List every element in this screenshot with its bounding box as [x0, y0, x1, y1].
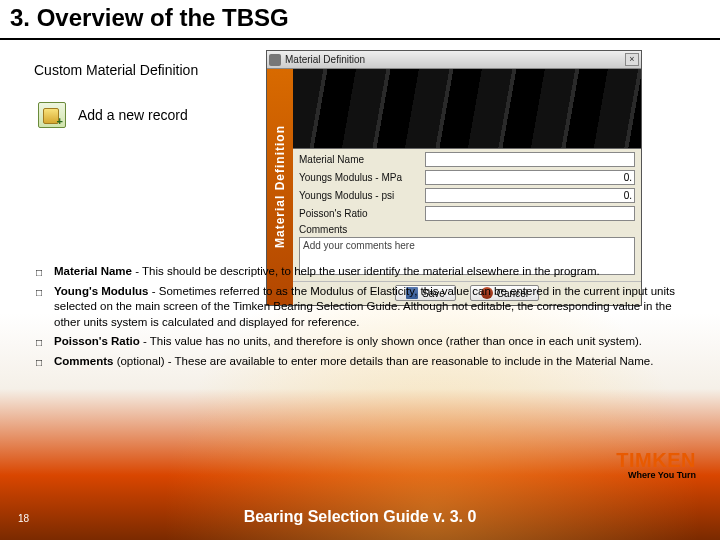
comments-label: Comments — [299, 224, 635, 235]
material-name-input[interactable] — [425, 152, 635, 167]
list-item: Young's Modulus - Sometimes referred to … — [36, 284, 680, 331]
bullet-text: Comments (optional) - These are availabl… — [54, 354, 653, 370]
bullet-text: Young's Modulus - Sometimes referred to … — [54, 284, 680, 331]
dialog-hero-image — [293, 69, 641, 149]
bullet-icon — [36, 264, 48, 280]
dialog-titlebar: Material Definition × — [267, 51, 641, 69]
close-icon[interactable]: × — [625, 53, 639, 66]
ym-mpa-label: Youngs Modulus - MPa — [299, 172, 419, 183]
add-record-icon[interactable] — [38, 102, 66, 128]
bullet-list: Material Name - This should be descripti… — [36, 264, 680, 373]
dialog-app-icon — [269, 54, 281, 66]
brand-logo: TIMKEN Where You Turn — [616, 449, 696, 480]
subtitle: Custom Material Definition — [34, 62, 198, 78]
list-item: Material Name - This should be descripti… — [36, 264, 680, 280]
bullet-icon — [36, 354, 48, 370]
add-record-row: Add a new record — [38, 102, 188, 128]
material-name-label: Material Name — [299, 154, 419, 165]
slide: 3. Overview of the TBSG Custom Material … — [0, 0, 720, 540]
ym-psi-label: Youngs Modulus - psi — [299, 190, 419, 201]
ym-psi-input[interactable] — [425, 188, 635, 203]
slide-header: 3. Overview of the TBSG — [0, 0, 720, 40]
dialog-form: Material Name Youngs Modulus - MPa Young… — [293, 149, 641, 275]
bullet-icon — [36, 284, 48, 331]
dialog-sidebar-label: Material Definition — [273, 125, 287, 248]
brand-tagline: Where You Turn — [616, 470, 696, 480]
brand-name: TIMKEN — [616, 449, 696, 472]
slide-title: 3. Overview of the TBSG — [10, 4, 710, 32]
bullet-text: Material Name - This should be descripti… — [54, 264, 600, 280]
ym-mpa-input[interactable] — [425, 170, 635, 185]
dialog-title-text: Material Definition — [285, 54, 621, 65]
footer-title: Bearing Selection Guide v. 3. 0 — [0, 508, 720, 526]
list-item: Comments (optional) - These are availabl… — [36, 354, 680, 370]
bullet-icon — [36, 334, 48, 350]
list-item: Poisson's Ratio - This value has no unit… — [36, 334, 680, 350]
poisson-input[interactable] — [425, 206, 635, 221]
bullet-text: Poisson's Ratio - This value has no unit… — [54, 334, 642, 350]
add-record-label: Add a new record — [78, 107, 188, 123]
poisson-label: Poisson's Ratio — [299, 208, 419, 219]
